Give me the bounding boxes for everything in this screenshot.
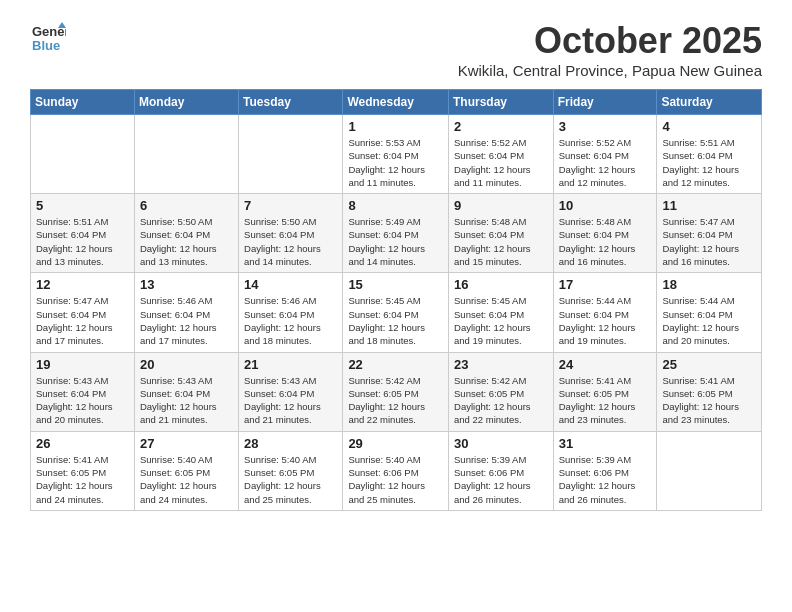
- day-info: Sunrise: 5:52 AM Sunset: 6:04 PM Dayligh…: [454, 136, 548, 189]
- day-info: Sunrise: 5:51 AM Sunset: 6:04 PM Dayligh…: [36, 215, 129, 268]
- empty-cell: [31, 115, 135, 194]
- day-info: Sunrise: 5:44 AM Sunset: 6:04 PM Dayligh…: [559, 294, 652, 347]
- day-cell-13: 13Sunrise: 5:46 AM Sunset: 6:04 PM Dayli…: [134, 273, 238, 352]
- day-cell-11: 11Sunrise: 5:47 AM Sunset: 6:04 PM Dayli…: [657, 194, 762, 273]
- weekday-header-row: SundayMondayTuesdayWednesdayThursdayFrid…: [31, 90, 762, 115]
- day-cell-4: 4Sunrise: 5:51 AM Sunset: 6:04 PM Daylig…: [657, 115, 762, 194]
- day-info: Sunrise: 5:40 AM Sunset: 6:06 PM Dayligh…: [348, 453, 443, 506]
- logo-icon: General Blue: [30, 20, 66, 56]
- day-info: Sunrise: 5:53 AM Sunset: 6:04 PM Dayligh…: [348, 136, 443, 189]
- day-info: Sunrise: 5:43 AM Sunset: 6:04 PM Dayligh…: [140, 374, 233, 427]
- day-number: 6: [140, 198, 233, 213]
- empty-cell: [657, 431, 762, 510]
- day-number: 10: [559, 198, 652, 213]
- day-cell-9: 9Sunrise: 5:48 AM Sunset: 6:04 PM Daylig…: [449, 194, 554, 273]
- day-number: 12: [36, 277, 129, 292]
- day-number: 21: [244, 357, 337, 372]
- day-number: 3: [559, 119, 652, 134]
- day-info: Sunrise: 5:50 AM Sunset: 6:04 PM Dayligh…: [244, 215, 337, 268]
- day-number: 19: [36, 357, 129, 372]
- weekday-header-monday: Monday: [134, 90, 238, 115]
- day-info: Sunrise: 5:46 AM Sunset: 6:04 PM Dayligh…: [244, 294, 337, 347]
- day-number: 31: [559, 436, 652, 451]
- day-cell-25: 25Sunrise: 5:41 AM Sunset: 6:05 PM Dayli…: [657, 352, 762, 431]
- day-number: 8: [348, 198, 443, 213]
- day-number: 20: [140, 357, 233, 372]
- day-number: 24: [559, 357, 652, 372]
- day-cell-5: 5Sunrise: 5:51 AM Sunset: 6:04 PM Daylig…: [31, 194, 135, 273]
- day-number: 29: [348, 436, 443, 451]
- day-cell-10: 10Sunrise: 5:48 AM Sunset: 6:04 PM Dayli…: [553, 194, 657, 273]
- day-info: Sunrise: 5:42 AM Sunset: 6:05 PM Dayligh…: [454, 374, 548, 427]
- day-cell-14: 14Sunrise: 5:46 AM Sunset: 6:04 PM Dayli…: [239, 273, 343, 352]
- day-cell-12: 12Sunrise: 5:47 AM Sunset: 6:04 PM Dayli…: [31, 273, 135, 352]
- day-info: Sunrise: 5:47 AM Sunset: 6:04 PM Dayligh…: [36, 294, 129, 347]
- day-info: Sunrise: 5:41 AM Sunset: 6:05 PM Dayligh…: [662, 374, 756, 427]
- day-cell-22: 22Sunrise: 5:42 AM Sunset: 6:05 PM Dayli…: [343, 352, 449, 431]
- day-cell-3: 3Sunrise: 5:52 AM Sunset: 6:04 PM Daylig…: [553, 115, 657, 194]
- title-block: October 2025 Kwikila, Central Province, …: [458, 20, 762, 79]
- day-cell-23: 23Sunrise: 5:42 AM Sunset: 6:05 PM Dayli…: [449, 352, 554, 431]
- day-info: Sunrise: 5:46 AM Sunset: 6:04 PM Dayligh…: [140, 294, 233, 347]
- day-cell-6: 6Sunrise: 5:50 AM Sunset: 6:04 PM Daylig…: [134, 194, 238, 273]
- day-number: 28: [244, 436, 337, 451]
- day-info: Sunrise: 5:44 AM Sunset: 6:04 PM Dayligh…: [662, 294, 756, 347]
- day-cell-21: 21Sunrise: 5:43 AM Sunset: 6:04 PM Dayli…: [239, 352, 343, 431]
- day-number: 27: [140, 436, 233, 451]
- day-cell-18: 18Sunrise: 5:44 AM Sunset: 6:04 PM Dayli…: [657, 273, 762, 352]
- day-cell-24: 24Sunrise: 5:41 AM Sunset: 6:05 PM Dayli…: [553, 352, 657, 431]
- day-info: Sunrise: 5:52 AM Sunset: 6:04 PM Dayligh…: [559, 136, 652, 189]
- day-cell-7: 7Sunrise: 5:50 AM Sunset: 6:04 PM Daylig…: [239, 194, 343, 273]
- day-cell-29: 29Sunrise: 5:40 AM Sunset: 6:06 PM Dayli…: [343, 431, 449, 510]
- day-number: 26: [36, 436, 129, 451]
- day-cell-28: 28Sunrise: 5:40 AM Sunset: 6:05 PM Dayli…: [239, 431, 343, 510]
- calendar-table: SundayMondayTuesdayWednesdayThursdayFrid…: [30, 89, 762, 511]
- empty-cell: [239, 115, 343, 194]
- day-info: Sunrise: 5:39 AM Sunset: 6:06 PM Dayligh…: [454, 453, 548, 506]
- day-number: 9: [454, 198, 548, 213]
- day-info: Sunrise: 5:40 AM Sunset: 6:05 PM Dayligh…: [244, 453, 337, 506]
- day-number: 30: [454, 436, 548, 451]
- day-cell-1: 1Sunrise: 5:53 AM Sunset: 6:04 PM Daylig…: [343, 115, 449, 194]
- day-cell-2: 2Sunrise: 5:52 AM Sunset: 6:04 PM Daylig…: [449, 115, 554, 194]
- day-cell-8: 8Sunrise: 5:49 AM Sunset: 6:04 PM Daylig…: [343, 194, 449, 273]
- day-info: Sunrise: 5:41 AM Sunset: 6:05 PM Dayligh…: [559, 374, 652, 427]
- day-number: 18: [662, 277, 756, 292]
- day-cell-15: 15Sunrise: 5:45 AM Sunset: 6:04 PM Dayli…: [343, 273, 449, 352]
- day-number: 7: [244, 198, 337, 213]
- month-title: October 2025: [458, 20, 762, 62]
- empty-cell: [134, 115, 238, 194]
- week-row-5: 26Sunrise: 5:41 AM Sunset: 6:05 PM Dayli…: [31, 431, 762, 510]
- day-info: Sunrise: 5:42 AM Sunset: 6:05 PM Dayligh…: [348, 374, 443, 427]
- day-cell-27: 27Sunrise: 5:40 AM Sunset: 6:05 PM Dayli…: [134, 431, 238, 510]
- svg-text:Blue: Blue: [32, 38, 60, 53]
- day-info: Sunrise: 5:41 AM Sunset: 6:05 PM Dayligh…: [36, 453, 129, 506]
- day-number: 5: [36, 198, 129, 213]
- weekday-header-sunday: Sunday: [31, 90, 135, 115]
- page-header: General Blue October 2025 Kwikila, Centr…: [30, 20, 762, 79]
- weekday-header-thursday: Thursday: [449, 90, 554, 115]
- logo: General Blue: [30, 20, 66, 56]
- day-number: 4: [662, 119, 756, 134]
- day-number: 23: [454, 357, 548, 372]
- day-number: 25: [662, 357, 756, 372]
- day-info: Sunrise: 5:40 AM Sunset: 6:05 PM Dayligh…: [140, 453, 233, 506]
- day-cell-20: 20Sunrise: 5:43 AM Sunset: 6:04 PM Dayli…: [134, 352, 238, 431]
- weekday-header-tuesday: Tuesday: [239, 90, 343, 115]
- weekday-header-wednesday: Wednesday: [343, 90, 449, 115]
- day-info: Sunrise: 5:43 AM Sunset: 6:04 PM Dayligh…: [36, 374, 129, 427]
- day-number: 1: [348, 119, 443, 134]
- day-info: Sunrise: 5:39 AM Sunset: 6:06 PM Dayligh…: [559, 453, 652, 506]
- day-info: Sunrise: 5:50 AM Sunset: 6:04 PM Dayligh…: [140, 215, 233, 268]
- week-row-3: 12Sunrise: 5:47 AM Sunset: 6:04 PM Dayli…: [31, 273, 762, 352]
- day-number: 17: [559, 277, 652, 292]
- day-number: 2: [454, 119, 548, 134]
- week-row-4: 19Sunrise: 5:43 AM Sunset: 6:04 PM Dayli…: [31, 352, 762, 431]
- day-info: Sunrise: 5:48 AM Sunset: 6:04 PM Dayligh…: [559, 215, 652, 268]
- day-cell-19: 19Sunrise: 5:43 AM Sunset: 6:04 PM Dayli…: [31, 352, 135, 431]
- day-info: Sunrise: 5:47 AM Sunset: 6:04 PM Dayligh…: [662, 215, 756, 268]
- day-info: Sunrise: 5:43 AM Sunset: 6:04 PM Dayligh…: [244, 374, 337, 427]
- week-row-2: 5Sunrise: 5:51 AM Sunset: 6:04 PM Daylig…: [31, 194, 762, 273]
- day-number: 22: [348, 357, 443, 372]
- day-number: 16: [454, 277, 548, 292]
